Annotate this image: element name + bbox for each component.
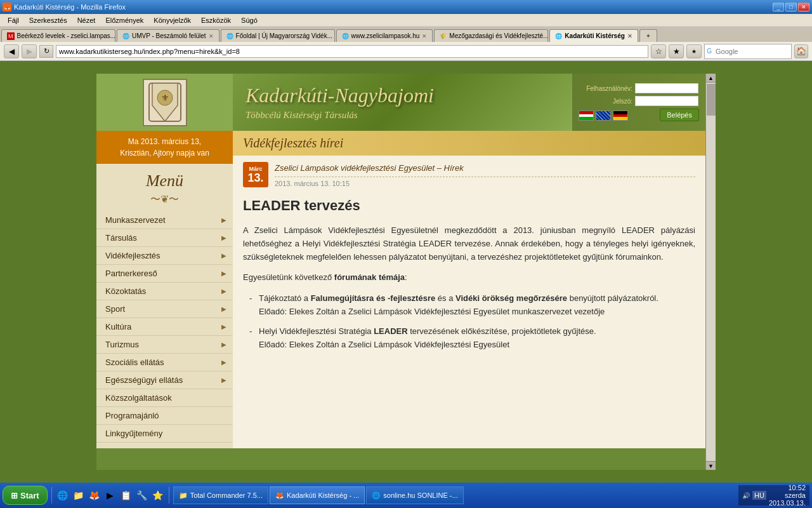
flag-german[interactable]	[613, 110, 628, 121]
site-subtitle: Többcélú Kistérségi Társulás	[246, 110, 560, 121]
menu-decoration: 〜❦〜	[96, 193, 233, 206]
sidebar-item-kozoktatas[interactable]: Közoktatás ▶	[96, 283, 233, 300]
minimize-button[interactable]: _	[773, 3, 784, 11]
tab-favicon-kadarkuti: 🌐	[555, 33, 562, 39]
taskbar-icon-extra1[interactable]: 📋	[119, 488, 133, 502]
taskbar-language[interactable]: HU	[752, 491, 766, 500]
taskbar-icon-media[interactable]: ▶	[103, 488, 117, 502]
window-controls: _ □ ✕	[773, 3, 809, 11]
back-button[interactable]: ◀	[4, 44, 19, 58]
home-button[interactable]: 🏠	[794, 44, 808, 58]
taskbar-quick-launch: 🌐 📁 🦊 ▶ 📋 🔧 ⭐	[56, 488, 165, 502]
sidebar-item-linkgyujtemeny[interactable]: Linkgyűjtemény	[96, 425, 233, 443]
sidebar-item-sport[interactable]: Sport ▶	[96, 300, 233, 318]
search-input[interactable]	[713, 45, 789, 58]
tab-close-umvp[interactable]: ✕	[209, 33, 214, 39]
taskbar-icon-browser[interactable]: 🌐	[56, 488, 70, 502]
sidebar-item-partnerkereső[interactable]: Partnerkereső ▶	[96, 265, 233, 283]
taskbar-icon-folder[interactable]: 📁	[72, 488, 86, 502]
scroll-track[interactable]	[706, 83, 716, 461]
taskbar-divider-2	[169, 487, 169, 504]
sidebar-item-munkaszervezet[interactable]: Munkaszervezet ▶	[96, 211, 233, 229]
star-button-3[interactable]: ★	[686, 44, 702, 58]
sidebar-item-tarsulas[interactable]: Társulás ▶	[96, 229, 233, 247]
start-button[interactable]: ⊞ Start	[3, 486, 48, 505]
window-title: Kadarkúti Kistérség - Mozilla Firefox	[14, 3, 773, 11]
date-display-taskbar: 2013.03.13.	[769, 499, 806, 507]
tab-favicon-gmail: M	[7, 32, 15, 40]
flag-english[interactable]	[596, 110, 611, 121]
taskbar-programs: 📁 Total Commander 7.5... 🦊 Kadarkúti Kis…	[173, 486, 736, 504]
sidebar-item-kultura[interactable]: Kultúra ▶	[96, 318, 233, 336]
star-button-2[interactable]: ★	[669, 44, 684, 58]
reload-button[interactable]: ↻	[39, 45, 53, 58]
time-display: 10:52	[769, 484, 806, 491]
scroll-up-button[interactable]: ▲	[706, 74, 716, 83]
article-paragraph-1: A Zselici Lámpások Vidékfejlesztési Egye…	[243, 224, 695, 264]
tab-mezogazdasagi[interactable]: 🌾 Mezőgazdasági és Vidékfejleszté... ✕	[434, 29, 548, 42]
sidebar-item-videkfejlesztes[interactable]: Vidékfejlesztés ▶	[96, 247, 233, 265]
login-username-row: Felhasználónév:	[579, 83, 699, 93]
site-logo: ⚜	[96, 74, 233, 131]
taskbar-icon-extra2[interactable]: 🔧	[135, 488, 149, 502]
arrow-icon: ▶	[221, 377, 226, 384]
tab-favicon-umvp: 🌐	[122, 33, 129, 39]
tab-umvp[interactable]: 🌐 UMVP - Beszámoló felület ✕	[117, 29, 219, 42]
star-button[interactable]: ☆	[651, 44, 666, 58]
taskbar-program-sonline[interactable]: 🌐 sonline.hu SONLINE -...	[366, 486, 463, 504]
flag-hungarian[interactable]	[579, 110, 594, 121]
taskbar-program-totalcommander[interactable]: 📁 Total Commander 7.5...	[173, 486, 268, 504]
list-item-2: Helyi Vidékfejlesztési Stratégia LEADER …	[249, 325, 695, 352]
tab-gmail[interactable]: M Beérkező levelek - zselici.lampas... ✕	[1, 29, 115, 42]
sidebar-item-programajanlо[interactable]: Programajánló	[96, 407, 233, 425]
scroll-thumb[interactable]	[707, 84, 716, 116]
password-input[interactable]	[635, 96, 698, 106]
forward-button[interactable]: ▶	[22, 44, 37, 58]
tab-new[interactable]: +	[639, 29, 657, 42]
search-engine-icon: G	[707, 48, 712, 55]
tab-zselici[interactable]: 🌐 www.zselicilampasok.hu ✕	[336, 29, 433, 42]
article-area: Márc 13. Zselici Lámpások vidékfejleszté…	[233, 156, 705, 364]
address-bar: ◀ ▶ ↻ ☆ ★ ★ G 🏠	[0, 42, 812, 61]
date-display: Ma 2013. március 13,Krisztián, Ajtony na…	[120, 137, 209, 157]
taskbar-program-kadarkuti[interactable]: 🦊 Kadarkúti Kistérség - ...	[270, 486, 365, 504]
article-title: LEADER tervezés	[243, 197, 695, 214]
sidebar-item-egeszsegugyi[interactable]: Egészségügyi ellátás ▶	[96, 371, 233, 389]
taskbar-icon-extra3[interactable]: ⭐	[151, 488, 165, 502]
menu-bookmarks[interactable]: Könyvjelzők	[148, 17, 196, 24]
scroll-down-button[interactable]: ▼	[706, 461, 716, 470]
date-box: Ma 2013. március 13,Krisztián, Ajtony na…	[96, 131, 233, 164]
so-label: sonline.hu SONLINE -...	[383, 491, 457, 499]
menu-bar: Fájl Szerkesztés Nézet Előzmények Könyvj…	[0, 14, 812, 27]
tab-ujmagyarorszag[interactable]: 🌐 Főoldal | Új Magyarország Vidék... ✕	[221, 29, 335, 42]
menu-view[interactable]: Nézet	[72, 17, 101, 24]
arrow-icon: ▶	[221, 234, 226, 241]
article-meta: Zselici Lámpások vidékfejlesztési Egyesü…	[275, 162, 695, 195]
tab-close-zselici[interactable]: ✕	[422, 33, 427, 39]
menu-edit[interactable]: Szerkesztés	[24, 17, 72, 24]
taskbar-time: 10:52 szerda 2013.03.13.	[769, 484, 806, 507]
menu-tools[interactable]: Eszközök	[196, 17, 236, 24]
taskbar-tray-icons: 🔊	[742, 492, 750, 499]
address-input[interactable]	[56, 45, 648, 58]
tab-close-kadarkuti[interactable]: ✕	[627, 33, 632, 39]
sidebar-item-szocialis[interactable]: Szociális ellátás ▶	[96, 354, 233, 371]
maximize-button[interactable]: □	[785, 3, 797, 11]
close-button[interactable]: ✕	[798, 3, 809, 11]
article-source: Zselici Lámpások vidékfejlesztési Egyesü…	[275, 162, 695, 177]
sidebar-item-kozszolgaltatasok[interactable]: Közszolgáltatások	[96, 389, 233, 407]
taskbar-right: 🔊 HU 10:52 szerda 2013.03.13.	[738, 485, 809, 505]
scrollbar[interactable]: ▲ ▼	[705, 74, 716, 470]
taskbar-icon-firefox[interactable]: 🦊	[88, 488, 102, 502]
sidebar-item-turizmus[interactable]: Turizmus ▶	[96, 336, 233, 354]
menu-history[interactable]: Előzmények	[100, 17, 148, 24]
username-input[interactable]	[635, 83, 698, 93]
start-icon: ⊞	[11, 491, 18, 500]
login-button[interactable]: Belépés	[660, 109, 699, 121]
site-title: Kadarkúti-Nagybajomi	[246, 84, 560, 107]
menu-help[interactable]: Súgó	[236, 17, 263, 24]
tab-kadarkuti[interactable]: 🌐 Kadarkúti Kistérség ✕	[549, 29, 638, 42]
kk-icon: 🦊	[275, 491, 284, 500]
tab-favicon-zselici: 🌐	[342, 33, 349, 39]
menu-file[interactable]: Fájl	[3, 17, 24, 24]
